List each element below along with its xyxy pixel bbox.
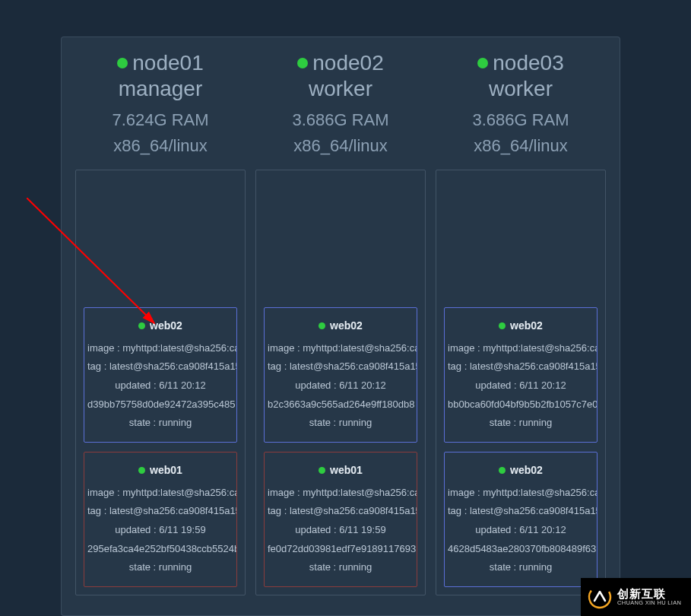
task-title: web02 <box>265 316 417 336</box>
task-tag: tag : latest@sha256:ca908f415a15 <box>265 357 417 376</box>
task-image: image : myhttpd:latest@sha256:ca <box>265 484 417 503</box>
watermark: 创新互联 CHUANG XIN HU LIAN <box>581 578 691 616</box>
node-header[interactable]: node02 worker 3.686G RAM x86_64/linux <box>292 37 388 164</box>
node-ram: 7.624G RAM <box>112 110 208 130</box>
task-id: bb0bca60fd04bf9b5b2fb1057c7e0 <box>445 395 597 414</box>
node-arch: x86_64/linux <box>112 136 208 156</box>
task-updated: updated : 6/11 20:12 <box>265 376 417 395</box>
node-role: manager <box>112 77 208 101</box>
status-dot-icon <box>499 467 506 474</box>
node-arch: x86_64/linux <box>292 136 388 156</box>
status-dot-icon <box>477 58 488 68</box>
task-title: web01 <box>265 460 417 481</box>
task-title: web02 <box>84 316 236 336</box>
task-tag: tag : latest@sha256:ca908f415a15 <box>265 502 417 521</box>
cluster-panel: node01 manager 7.624G RAM x86_64/linux w… <box>61 37 620 616</box>
task-id: 295efa3ca4e252bf50438ccb5524b <box>84 540 236 559</box>
status-dot-icon <box>319 467 325 474</box>
task-id: d39bb75758d0de92472a395c485 <box>84 395 236 414</box>
task-card[interactable]: web02 image : myhttpd:latest@sha256:ca t… <box>444 452 597 587</box>
status-dot-icon <box>138 322 145 329</box>
task-image: image : myhttpd:latest@sha256:ca <box>445 339 597 358</box>
watermark-text-cn: 创新互联 <box>617 588 681 601</box>
task-image: image : myhttpd:latest@sha256:ca <box>265 339 417 358</box>
task-updated: updated : 6/11 19:59 <box>84 521 236 540</box>
task-name: web01 <box>150 460 182 481</box>
task-card[interactable]: web01 image : myhttpd:latest@sha256:ca t… <box>264 452 417 587</box>
task-name: web02 <box>510 316 543 336</box>
status-dot-icon <box>138 467 145 474</box>
task-tag: tag : latest@sha256:ca908f415a15 <box>445 502 597 521</box>
task-name: web02 <box>510 460 543 481</box>
node-ram: 3.686G RAM <box>472 110 569 130</box>
task-tag: tag : latest@sha256:ca908f415a15 <box>84 357 236 376</box>
node-name: node02 <box>312 51 383 75</box>
node-column: node01 manager 7.624G RAM x86_64/linux w… <box>75 37 246 615</box>
services-box: web02 image : myhttpd:latest@sha256:ca t… <box>75 170 246 595</box>
task-state: state : running <box>445 558 597 577</box>
node-column: node02 worker 3.686G RAM x86_64/linux we… <box>255 37 426 615</box>
task-updated: updated : 6/11 19:59 <box>265 521 417 540</box>
node-title: node03 <box>472 51 569 75</box>
task-card[interactable]: web02 image : myhttpd:latest@sha256:ca t… <box>84 307 237 443</box>
watermark-logo-icon <box>587 584 613 610</box>
task-name: web02 <box>330 316 363 336</box>
watermark-text-en: CHUANG XIN HU LIAN <box>617 600 681 606</box>
node-name: node03 <box>493 51 563 75</box>
task-image: image : myhttpd:latest@sha256:ca <box>445 484 597 503</box>
node-header[interactable]: node01 manager 7.624G RAM x86_64/linux <box>112 37 208 164</box>
services-box: web02 image : myhttpd:latest@sha256:ca t… <box>255 170 426 595</box>
task-state: state : running <box>84 414 236 433</box>
task-title: web01 <box>84 460 236 481</box>
node-header[interactable]: node03 worker 3.686G RAM x86_64/linux <box>472 37 569 164</box>
node-arch: x86_64/linux <box>472 136 569 156</box>
task-card[interactable]: web02 image : myhttpd:latest@sha256:ca t… <box>264 307 417 443</box>
services-box: web02 image : myhttpd:latest@sha256:ca t… <box>436 170 606 595</box>
task-state: state : running <box>84 558 236 577</box>
task-id: 4628d5483ae280370fb808489f63 <box>445 540 597 559</box>
node-title: node01 <box>112 51 208 75</box>
task-card[interactable]: web02 image : myhttpd:latest@sha256:ca t… <box>444 307 597 443</box>
status-dot-icon <box>297 58 308 68</box>
task-tag: tag : latest@sha256:ca908f415a15 <box>445 357 597 376</box>
task-card[interactable]: web01 image : myhttpd:latest@sha256:ca t… <box>84 452 237 587</box>
task-title: web02 <box>445 460 597 481</box>
status-dot-icon <box>319 322 325 329</box>
node-ram: 3.686G RAM <box>292 110 388 130</box>
task-state: state : running <box>265 414 417 433</box>
task-updated: updated : 6/11 20:12 <box>445 376 597 395</box>
node-column: node03 worker 3.686G RAM x86_64/linux we… <box>436 37 606 615</box>
status-dot-icon <box>117 58 128 68</box>
node-title: node02 <box>292 51 388 75</box>
task-updated: updated : 6/11 20:12 <box>445 521 597 540</box>
task-name: web01 <box>330 460 363 481</box>
node-name: node01 <box>132 51 203 75</box>
node-role: worker <box>472 77 569 101</box>
status-dot-icon <box>499 322 506 329</box>
task-tag: tag : latest@sha256:ca908f415a15 <box>84 502 236 521</box>
task-id: fe0d72dd03981edf7e9189117693 <box>265 540 417 559</box>
task-image: image : myhttpd:latest@sha256:ca <box>84 339 236 358</box>
task-state: state : running <box>445 414 597 433</box>
node-role: worker <box>292 77 388 101</box>
task-updated: updated : 6/11 20:12 <box>84 376 236 395</box>
task-id: b2c3663a9c565ad264e9ff180db8 <box>265 395 417 414</box>
svg-point-1 <box>587 584 613 610</box>
task-image: image : myhttpd:latest@sha256:ca <box>84 484 236 503</box>
task-title: web02 <box>445 316 597 336</box>
task-name: web02 <box>150 316 182 336</box>
task-state: state : running <box>265 558 417 577</box>
